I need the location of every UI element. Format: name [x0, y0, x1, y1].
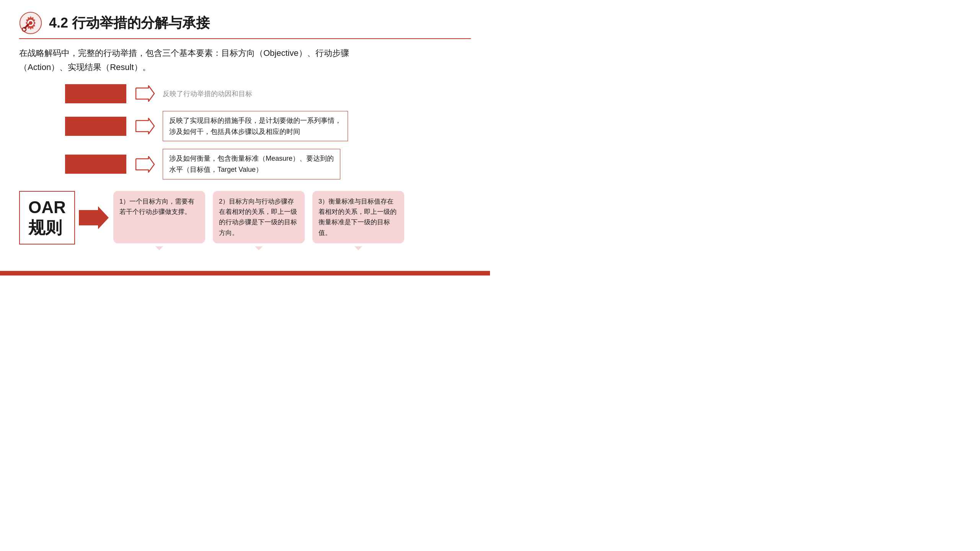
page: 4.2 行动举措的分解与承接 在战略解码中，完整的行动举措，包含三个基本要素：目… — [0, 0, 490, 276]
oar-row-result: 涉及如何衡量，包含衡量标准（Measure）、要达到的水平（目标值，Target… — [65, 149, 471, 179]
oar-rows: 反映了行动举措的动因和目标 反映了实现目标的措施手段，是计划要做的一系列事情，涉… — [65, 84, 471, 179]
bubble-3-text: 3）衡量标准与目标值存在着相对的关系，即上一级的衡量标准是下一级的目标值。 — [318, 198, 397, 236]
desc-box-result: 涉及如何衡量，包含衡量标准（Measure）、要达到的水平（目标值，Target… — [163, 149, 340, 179]
big-arrow-icon — [79, 202, 109, 233]
header: 4.2 行动举措的分解与承接 — [19, 11, 471, 39]
oar-label-box: OAR规则 — [19, 191, 75, 245]
speech-bubble-1: 1）一个目标方向，需要有若干个行动步骤做支撑。 — [113, 191, 205, 243]
intro-text: 在战略解码中，完整的行动举措，包含三个基本要素：目标方向（Objective）、… — [19, 46, 471, 75]
arrow-icon-1 — [134, 85, 155, 102]
red-block-action — [65, 117, 126, 136]
arrow-icon-3 — [134, 156, 155, 173]
red-block-result — [65, 155, 126, 174]
intro-line1: 在战略解码中，完整的行动举措，包含三个基本要素：目标方向（Objective）、… — [19, 48, 349, 58]
intro-line2: （Action）、实现结果（Result）。 — [19, 62, 151, 72]
bubble-1-text: 1）一个目标方向，需要有若干个行动步骤做支撑。 — [119, 198, 194, 215]
oar-bottom: OAR规则 1）一个目标方向，需要有若干个行动步骤做支撑。 2）目标方向与行动步… — [19, 191, 471, 245]
speech-bubble-3: 3）衡量标准与目标值存在着相对的关系，即上一级的衡量标准是下一级的目标值。 — [312, 191, 404, 243]
red-block-objective — [65, 84, 126, 103]
desc-box-action: 反映了实现目标的措施手段，是计划要做的一系列事情，涉及如何干，包括具体步骤以及相… — [163, 111, 348, 142]
bubble-2-text: 2）目标方向与行动步骤存在着相对的关系，即上一级的行动步骤是下一级的目标方向。 — [219, 198, 297, 236]
speech-bubbles: 1）一个目标方向，需要有若干个行动步骤做支撑。 2）目标方向与行动步骤存在着相对… — [113, 191, 404, 243]
oar-row-objective: 反映了行动举措的动因和目标 — [65, 84, 471, 103]
speech-bubble-2: 2）目标方向与行动步骤存在着相对的关系，即上一级的行动步骤是下一级的目标方向。 — [213, 191, 305, 243]
page-title: 4.2 行动举措的分解与承接 — [49, 14, 210, 33]
bottom-bar — [0, 271, 490, 276]
gear-icon — [19, 11, 42, 34]
oar-label: OAR规则 — [28, 197, 66, 238]
oar-row-action: 反映了实现目标的措施手段，是计划要做的一系列事情，涉及如何干，包括具体步骤以及相… — [65, 111, 471, 142]
desc-objective: 反映了行动举措的动因和目标 — [163, 89, 252, 98]
svg-marker-6 — [79, 206, 109, 229]
arrow-icon-2 — [134, 117, 155, 135]
